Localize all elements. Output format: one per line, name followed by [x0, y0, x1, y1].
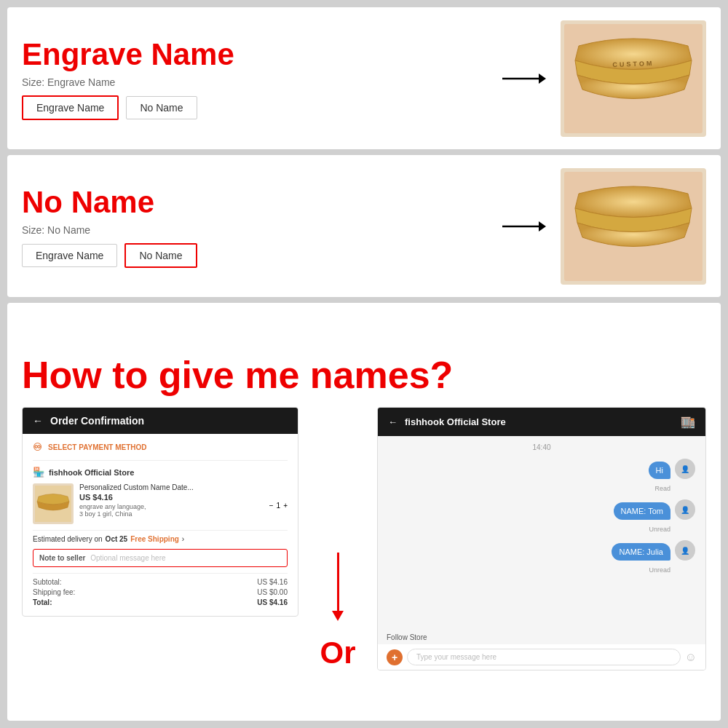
- chat-bubble-tom: NAME: Tom: [614, 502, 670, 520]
- main-container: Engrave Name Size: Engrave Name Engrave …: [0, 0, 728, 728]
- chat-time: 14:40: [388, 443, 695, 451]
- engrave-ring-image: CUSTOM: [561, 20, 706, 137]
- product-desc1: engrave any language,: [79, 503, 264, 510]
- arrow-right-2: [502, 215, 546, 237]
- qty-plus[interactable]: +: [283, 502, 288, 510]
- panel3-content: ← Order Confirmation ♾ SELECT PAYMENT ME…: [22, 407, 706, 670]
- chat-avatar-2: 👤: [675, 499, 695, 520]
- engrave-size-label: Size: Engrave Name: [22, 76, 488, 88]
- store-icon: 🏪: [33, 467, 44, 478]
- chat-body: 14:40 Hi 👤 Read NAME: Tom 👤 Unread: [378, 436, 705, 630]
- qty-value: 1: [277, 502, 281, 510]
- svg-marker-5: [539, 221, 546, 232]
- order-header-title: Order Confirmation: [50, 415, 144, 427]
- qty-minus[interactable]: −: [269, 502, 274, 510]
- or-text: Or: [320, 636, 356, 670]
- panel-engrave: Engrave Name Size: Engrave Name Engrave …: [7, 7, 721, 149]
- product-price: US $4.16: [79, 493, 264, 502]
- shipping-value: US $0.00: [257, 588, 288, 596]
- engrave-title: Engrave Name: [22, 37, 488, 72]
- svg-text:CUSTOM: CUSTOM: [612, 60, 654, 68]
- order-header: ← Order Confirmation: [23, 408, 298, 434]
- payment-icon: ♾: [33, 441, 42, 453]
- noname-size-label: Size: No Name: [22, 224, 488, 236]
- chat-msg-julia-row: NAME: Julia 👤: [388, 540, 695, 561]
- totals-section: Subtotal: US $4.16 Shipping fee: US $0.0…: [33, 573, 288, 606]
- chat-msg-hi-row: Hi 👤: [388, 459, 695, 479]
- emoji-button[interactable]: ☺: [685, 651, 697, 664]
- chat-avatar-3: 👤: [675, 540, 695, 561]
- arrow-right-1: [502, 68, 546, 90]
- subtotal-row: Subtotal: US $4.16: [33, 578, 288, 586]
- total-label: Total:: [33, 598, 52, 606]
- product-info: Personalized Custom Name Date... US $4.1…: [79, 483, 264, 524]
- product-desc2: 3 boy 1 girl, China: [79, 510, 264, 518]
- payment-label: SELECT PAYMENT METHOD: [48, 443, 147, 451]
- follow-store-label: Follow Store: [378, 630, 705, 644]
- chat-store-name: fishhook Official Store: [405, 416, 506, 427]
- noname-ring-image: [561, 168, 706, 285]
- chat-mockup: ← fishhook Official Store 🏬 14:40 Hi 👤 R…: [377, 407, 706, 670]
- svg-marker-1: [539, 74, 546, 84]
- chat-store-icon: 🏬: [681, 415, 695, 429]
- engrave-option-buttons: Engrave Name No Name: [22, 95, 488, 120]
- store-name: fishhook Official Store: [49, 468, 134, 477]
- order-body: ♾ SELECT PAYMENT METHOD 🏪 fishhook Offic…: [23, 434, 298, 616]
- delivery-date: Oct 25: [106, 535, 128, 543]
- delivery-chevron: ›: [182, 535, 184, 543]
- red-arrow-indicator: [332, 553, 344, 621]
- chat-status-tom: Unread: [388, 526, 670, 533]
- subtotal-value: US $4.16: [257, 578, 288, 586]
- panel-how-to: How to give me names? ← Order Confirmati…: [7, 303, 721, 721]
- total-row: Total: US $4.16: [33, 598, 288, 606]
- product-name: Personalized Custom Name Date...: [79, 483, 264, 491]
- no-name-btn[interactable]: No Name: [126, 96, 197, 119]
- engrave-name-btn-2[interactable]: Engrave Name: [22, 244, 117, 267]
- chat-bubble-hi: Hi: [649, 462, 670, 479]
- note-label: Note to seller: [39, 554, 85, 562]
- free-shipping: Free Shipping: [130, 535, 179, 543]
- order-back-arrow[interactable]: ←: [33, 415, 43, 427]
- shipping-row: Shipping fee: US $0.00: [33, 588, 288, 596]
- product-thumbnail: [33, 483, 74, 524]
- noname-title: No Name: [22, 185, 488, 220]
- panel-noname-left: No Name Size: No Name Engrave Name No Na…: [22, 185, 488, 268]
- product-row: Personalized Custom Name Date... US $4.1…: [33, 483, 288, 524]
- total-value: US $4.16: [257, 598, 288, 606]
- chat-input-row: + Type your message here ☺: [378, 644, 705, 670]
- noname-option-buttons: Engrave Name No Name: [22, 243, 488, 268]
- chat-msg-tom-row: NAME: Tom 👤: [388, 499, 695, 520]
- chat-back-arrow[interactable]: ←: [388, 416, 397, 427]
- chat-header: ← fishhook Official Store 🏬: [378, 408, 705, 436]
- no-name-btn-selected[interactable]: No Name: [124, 243, 197, 268]
- chat-add-button[interactable]: +: [387, 649, 403, 665]
- panel-noname: No Name Size: No Name Engrave Name No Na…: [7, 155, 721, 297]
- order-confirmation-mockup: ← Order Confirmation ♾ SELECT PAYMENT ME…: [22, 407, 298, 617]
- chat-status-julia: Unread: [388, 566, 670, 574]
- product-qty: − 1 +: [269, 486, 288, 524]
- panel-engrave-left: Engrave Name Size: Engrave Name Engrave …: [22, 37, 488, 120]
- shipping-label: Shipping fee:: [33, 588, 75, 596]
- delivery-prefix: Estimated delivery on: [33, 535, 103, 543]
- note-box[interactable]: Note to seller Optional message here: [33, 549, 288, 567]
- chat-status-hi: Read: [388, 485, 670, 492]
- chat-bubble-julia: NAME: Julia: [612, 543, 670, 561]
- store-row: 🏪 fishhook Official Store: [33, 460, 288, 478]
- note-placeholder: Optional message here: [90, 554, 165, 562]
- how-title: How to give me names?: [22, 353, 706, 397]
- chat-avatar-1: 👤: [675, 459, 695, 479]
- subtotal-label: Subtotal:: [33, 578, 61, 586]
- delivery-row: Estimated delivery on Oct 25 Free Shippi…: [33, 530, 288, 543]
- payment-row: ♾ SELECT PAYMENT METHOD: [33, 441, 288, 453]
- engrave-name-btn-selected[interactable]: Engrave Name: [22, 95, 119, 120]
- chat-input[interactable]: Type your message here: [407, 649, 681, 665]
